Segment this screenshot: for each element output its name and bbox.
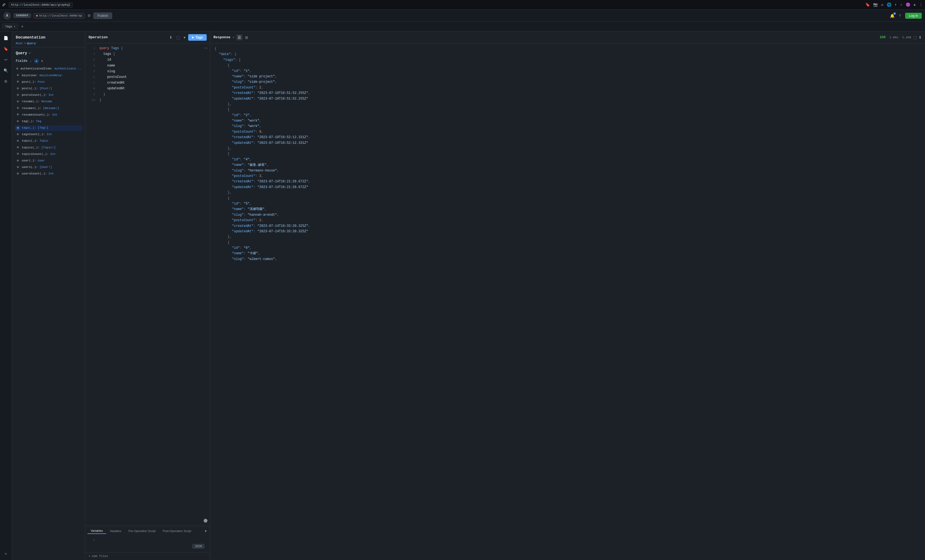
bookmark-browser-icon[interactable]: 🔖 <box>865 3 870 7</box>
sidebar-btn-search[interactable]: 🔍 <box>2 66 10 75</box>
run-query-button[interactable]: ▶ Tags <box>188 34 207 41</box>
field-item-posts: ⊕ posts(…): [Post!] <box>16 86 81 92</box>
editor-more-button[interactable]: ··· <box>204 46 208 51</box>
field-add-icon[interactable]: ⊕ <box>16 139 20 144</box>
response-view-buttons: ☰ ⊞ <box>236 35 250 41</box>
more-browser-icon[interactable]: ⋮ <box>919 3 923 7</box>
field-type[interactable]: Resume <box>41 99 52 104</box>
notification-badge <box>893 12 896 15</box>
variable-line-1: 1 <box>89 538 207 543</box>
main-layout: 📄 🔖 ↩ 🔍 ⚙ « Documentation Root > Query Q… <box>0 32 925 560</box>
field-add-icon[interactable]: ⊕ <box>16 80 20 84</box>
sidebar-btn-settings[interactable]: ⚙ <box>2 77 10 86</box>
url-indicator[interactable]: http://localhost:8000/ap <box>34 13 85 18</box>
field-type[interactable]: Topic <box>39 139 48 143</box>
field-add-icon[interactable]: ⊕ <box>16 93 20 98</box>
field-type[interactable]: Int <box>52 113 57 117</box>
download-icon[interactable]: ⬇ <box>895 3 897 7</box>
json-format-button[interactable]: JSON <box>192 544 205 549</box>
sidebar-btn-docs[interactable]: 📄 <box>2 34 10 42</box>
tab-post-operation[interactable]: Post-Operation Script <box>160 528 194 534</box>
json-line: }, <box>215 190 920 195</box>
table-view-button[interactable]: ⊞ <box>244 35 250 41</box>
lightning-icon[interactable]: ⚡ <box>900 3 902 7</box>
json-line: "slug": "hermann-hesse", <box>215 168 920 173</box>
collapse-sidebar-button[interactable]: « <box>2 549 10 558</box>
puzzle-icon[interactable]: ◈ <box>914 3 916 7</box>
login-button[interactable]: Log in <box>905 13 922 19</box>
field-add-icon[interactable]: ⊕ <box>16 152 20 156</box>
breadcrumb-root[interactable]: Root <box>16 42 23 45</box>
field-add-icon[interactable]: ⊕ <box>16 106 20 111</box>
field-type[interactable]: [Tag!] <box>38 126 48 130</box>
punct-token: { <box>113 51 115 57</box>
field-add-icon[interactable]: ⊕ <box>16 86 20 91</box>
field-name: post(…): <box>22 80 36 84</box>
punct-token: { <box>121 46 123 51</box>
expand-operation-button[interactable]: ⬚ <box>175 35 181 40</box>
camera-icon[interactable]: 📷 <box>873 3 878 7</box>
field-item-tags: ● tags(…): [Tag!] <box>15 125 82 131</box>
field-type[interactable]: [Topic!] <box>41 146 56 150</box>
download-response-button[interactable]: ⬆ <box>919 35 922 40</box>
field-type[interactable]: Tag <box>36 119 41 123</box>
field-add-icon[interactable]: ⊕ <box>16 132 20 137</box>
field-add-icon[interactable]: ⊕ <box>16 145 20 150</box>
code-editor[interactable]: ··· 1 query Tags { 2 tags { 3 id 4 name <box>85 44 210 526</box>
operation-more-button[interactable]: ▾ <box>182 35 187 40</box>
browser-url-input[interactable]: http://localhost:8000/api/graphql <box>9 2 73 8</box>
field-add-icon[interactable]: ⊕ <box>16 112 20 117</box>
field-active-icon[interactable]: ● <box>16 126 20 131</box>
help-button[interactable]: ? <box>898 13 902 18</box>
tab-headers[interactable]: Headers <box>107 528 125 534</box>
field-type[interactable]: Int <box>50 152 56 156</box>
line-number: 5 <box>89 69 95 74</box>
field-add-icon[interactable]: ⊕ <box>16 158 20 163</box>
field-type[interactable]: Authenticate... <box>54 67 81 71</box>
field-name: topic(…): <box>22 139 38 143</box>
extension-icon[interactable]: 🟣 <box>906 3 910 7</box>
json-line: "createdAt": "2023-07-10T16:52:12.331Z", <box>215 135 920 140</box>
field-type[interactable]: Int <box>48 93 54 97</box>
field-add-icon[interactable]: ⊕ <box>16 171 20 176</box>
add-files-bar[interactable]: + Add files <box>85 552 210 560</box>
publish-button[interactable]: Publish <box>93 12 112 19</box>
field-type[interactable]: [User!] <box>39 165 52 169</box>
field-add-icon[interactable]: ⊕ <box>16 66 19 71</box>
tab-variables[interactable]: Variables <box>87 528 106 534</box>
tab-close-icon[interactable]: ✕ <box>14 25 15 28</box>
tab-tags[interactable]: Tags ✕ <box>2 24 18 29</box>
tab-pre-operation[interactable]: Pre-Operation Script <box>125 528 159 534</box>
field-type[interactable]: User <box>38 159 45 163</box>
field-item-keystone: ⊕ keystone: KeystoneMeta! <box>16 72 81 79</box>
field-type[interactable]: [Resume!] <box>43 107 59 110</box>
field-type[interactable]: Post <box>38 80 45 84</box>
fields-expand-button[interactable]: ▾ <box>41 59 44 63</box>
editor-format-icon[interactable]: ⬟ <box>203 518 208 524</box>
field-add-icon[interactable]: ⊕ <box>16 119 20 124</box>
variables-editor[interactable]: 1 JSON <box>85 536 210 552</box>
field-type[interactable]: Int <box>48 172 54 176</box>
share-operation-button[interactable]: ⬆ <box>168 35 173 40</box>
fields-sort-button[interactable]: ↓ <box>29 59 32 63</box>
globe-icon[interactable]: 🌐 <box>887 3 891 7</box>
notifications-button[interactable]: 🔔 <box>890 14 895 18</box>
sidebar-btn-bookmark[interactable]: 🔖 <box>2 45 10 53</box>
json-line: "createdAt": "2023-07-14T16:21:28.672Z", <box>215 179 920 184</box>
mail-icon[interactable]: ✉ <box>881 3 883 7</box>
field-add-icon[interactable]: ⊕ <box>16 73 20 78</box>
copy-response-button[interactable]: ⬚ <box>913 35 917 40</box>
list-view-button[interactable]: ☰ <box>236 35 243 41</box>
fields-filter-button[interactable]: ● <box>34 59 39 63</box>
tab-collapse-button[interactable]: ▾ <box>204 528 208 534</box>
field-type[interactable]: Int <box>47 132 52 137</box>
field-add-icon[interactable]: ⊕ <box>16 165 20 170</box>
sidebar-btn-history[interactable]: ↩ <box>2 56 10 64</box>
field-type[interactable]: [Post!] <box>39 87 52 91</box>
add-tab-button[interactable]: + <box>19 24 25 30</box>
response-chevron-icon[interactable]: ▾ <box>232 36 234 39</box>
settings-btn[interactable]: ⚙ <box>87 14 91 18</box>
field-type[interactable]: KeystoneMeta! <box>39 74 63 78</box>
url-status-dot <box>36 15 38 17</box>
field-add-icon[interactable]: ⊕ <box>16 99 20 104</box>
